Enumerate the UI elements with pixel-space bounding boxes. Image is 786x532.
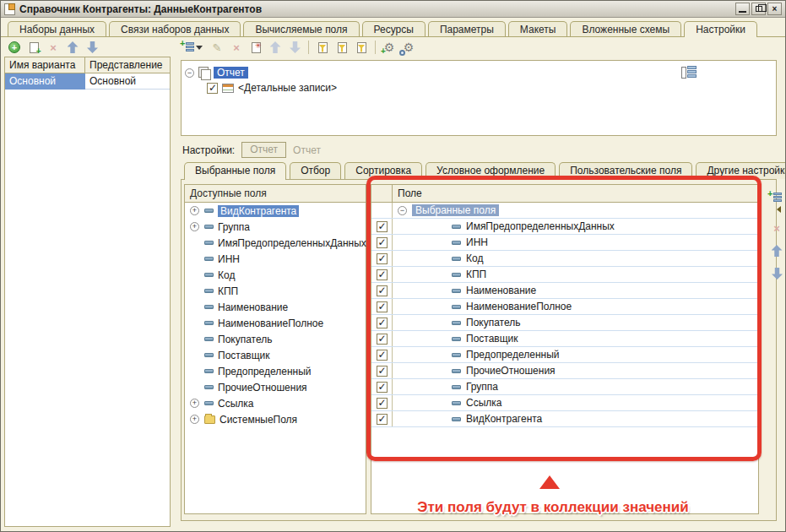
- list-item[interactable]: Код: [185, 267, 366, 283]
- settings-wizard-button[interactable]: ✳: [247, 40, 264, 55]
- checkbox[interactable]: [377, 221, 388, 232]
- field-label[interactable]: Поставщик: [218, 350, 270, 361]
- tab-parameters[interactable]: Параметры: [428, 21, 506, 36]
- field-label[interactable]: ИНН: [466, 236, 488, 248]
- list-item[interactable]: КПП: [185, 283, 366, 299]
- field-label[interactable]: Покупатель: [466, 317, 520, 328]
- tab-selected-fields[interactable]: Выбранные поля: [184, 162, 286, 180]
- table-row[interactable]: Наименование: [371, 283, 758, 299]
- checkbox[interactable]: [377, 318, 388, 328]
- field-label[interactable]: Предопределенный: [218, 366, 312, 377]
- tab-conditional-appearance[interactable]: Условное оформление: [426, 162, 556, 179]
- list-item[interactable]: Поставщик: [185, 347, 366, 363]
- checkbox[interactable]: [377, 301, 388, 312]
- column-header-variant-name[interactable]: Имя варианта: [5, 57, 85, 73]
- field-label[interactable]: ПрочиеОтношения: [466, 365, 556, 377]
- expander-plus-icon[interactable]: [190, 399, 199, 408]
- table-row[interactable]: ИНН: [371, 235, 758, 251]
- edit-element-button[interactable]: ✎: [209, 40, 225, 55]
- checkbox[interactable]: [377, 253, 388, 264]
- tab-calculated-fields[interactable]: Вычисляемые поля: [243, 21, 359, 36]
- column-header-field[interactable]: Поле: [393, 185, 758, 202]
- field-label[interactable]: ВидКонтрагента: [466, 413, 542, 425]
- field-label[interactable]: ИмяПредопределенныхДанных: [218, 237, 366, 249]
- table-row[interactable]: НаименованиеПолное: [371, 299, 758, 315]
- move-variant-up-button[interactable]: [64, 40, 81, 55]
- copy-variant-button[interactable]: +: [25, 40, 42, 55]
- field-label[interactable]: ИНН: [218, 253, 240, 265]
- column-header-presentation[interactable]: Представление: [85, 57, 167, 73]
- field-label[interactable]: Код: [218, 269, 235, 281]
- checkbox[interactable]: [377, 414, 388, 425]
- list-item[interactable]: СистемныеПоля: [185, 411, 366, 427]
- group-label[interactable]: Выбранные поля: [412, 204, 499, 216]
- tab-data-set-links[interactable]: Связи наборов данных: [109, 21, 241, 36]
- expander-minus-icon[interactable]: [398, 206, 407, 215]
- list-item[interactable]: Группа: [185, 219, 366, 235]
- checkbox[interactable]: [377, 334, 388, 345]
- field-label[interactable]: ПрочиеОтношения: [218, 382, 307, 394]
- open-settings-button[interactable]: ⚙: [400, 40, 417, 55]
- table-row[interactable]: Основной Основной: [5, 73, 170, 90]
- move-up-button[interactable]: [267, 40, 284, 55]
- expander-minus-icon[interactable]: [185, 68, 194, 78]
- table-row[interactable]: ПрочиеОтношения: [371, 363, 758, 379]
- tab-layouts[interactable]: Макеты: [508, 21, 568, 36]
- save-settings-button[interactable]: [353, 40, 370, 55]
- list-item[interactable]: ПрочиеОтношения: [185, 379, 366, 395]
- add-element-button[interactable]: +: [181, 40, 206, 55]
- list-item[interactable]: Ссылка: [185, 395, 366, 411]
- expander-plus-icon[interactable]: [190, 206, 199, 215]
- field-label[interactable]: НаименованиеПолное: [218, 318, 323, 329]
- add-field-button[interactable]: +: [768, 190, 785, 205]
- field-label[interactable]: Группа: [218, 221, 250, 233]
- list-item[interactable]: Предопределенный: [185, 363, 366, 379]
- list-item[interactable]: НаименованиеПолное: [185, 315, 366, 331]
- field-label[interactable]: Код: [466, 252, 483, 264]
- tab-sorting[interactable]: Сортировка: [344, 162, 422, 179]
- checkbox[interactable]: [377, 382, 388, 393]
- checkbox[interactable]: [207, 83, 218, 94]
- field-label[interactable]: ИмяПредопределенныхДанных: [466, 220, 615, 232]
- table-row[interactable]: Ссылка: [371, 395, 758, 411]
- field-label[interactable]: Наименование: [466, 285, 536, 296]
- table-row[interactable]: КПП: [371, 267, 758, 283]
- delete-element-button[interactable]: ×: [228, 40, 245, 55]
- field-label[interactable]: Наименование: [218, 301, 288, 313]
- field-label[interactable]: ВидКонтрагента: [218, 205, 299, 217]
- move-field-down-button[interactable]: [768, 266, 785, 281]
- table-row-group[interactable]: Выбранные поля: [371, 203, 758, 219]
- table-row[interactable]: Предопределенный: [371, 347, 758, 363]
- table-row[interactable]: Код: [371, 251, 758, 267]
- field-label[interactable]: Ссылка: [218, 398, 253, 410]
- field-label[interactable]: Группа: [466, 381, 498, 393]
- table-row[interactable]: ВидКонтрагента: [371, 411, 758, 427]
- field-label[interactable]: КПП: [218, 285, 238, 297]
- field-label[interactable]: НаименованиеПолное: [466, 301, 572, 312]
- variant-name-cell[interactable]: Основной: [5, 73, 85, 90]
- field-label[interactable]: СистемныеПоля: [220, 414, 297, 426]
- checkbox[interactable]: [377, 366, 388, 377]
- table-row[interactable]: Поставщик: [371, 331, 758, 347]
- delete-field-button[interactable]: ×: [768, 220, 785, 236]
- field-label[interactable]: Покупатель: [218, 334, 272, 345]
- field-label[interactable]: КПП: [466, 269, 486, 280]
- delete-variant-button[interactable]: ×: [45, 40, 62, 55]
- tab-filter[interactable]: Отбор: [290, 162, 341, 179]
- move-variant-down-button[interactable]: [84, 40, 100, 55]
- list-item[interactable]: Покупатель: [185, 331, 366, 347]
- expander-plus-icon[interactable]: [190, 415, 199, 424]
- load-settings-button[interactable]: [333, 40, 350, 55]
- move-down-button[interactable]: [286, 40, 303, 55]
- table-row[interactable]: Покупатель: [371, 315, 758, 331]
- add-variant-button[interactable]: +: [6, 40, 23, 55]
- tab-resources[interactable]: Ресурсы: [362, 21, 426, 36]
- list-item[interactable]: ИмяПредопределенныхДанных: [185, 235, 366, 251]
- close-button[interactable]: ×: [767, 3, 782, 15]
- add-settings-button[interactable]: ⚙+: [381, 40, 398, 55]
- tab-user-fields[interactable]: Пользовательские поля: [559, 162, 692, 179]
- expander-plus-icon[interactable]: [190, 222, 199, 231]
- tab-settings[interactable]: Настройки: [684, 21, 757, 37]
- tree-node-label[interactable]: Отчет: [214, 67, 248, 79]
- table-row[interactable]: Группа: [371, 379, 758, 395]
